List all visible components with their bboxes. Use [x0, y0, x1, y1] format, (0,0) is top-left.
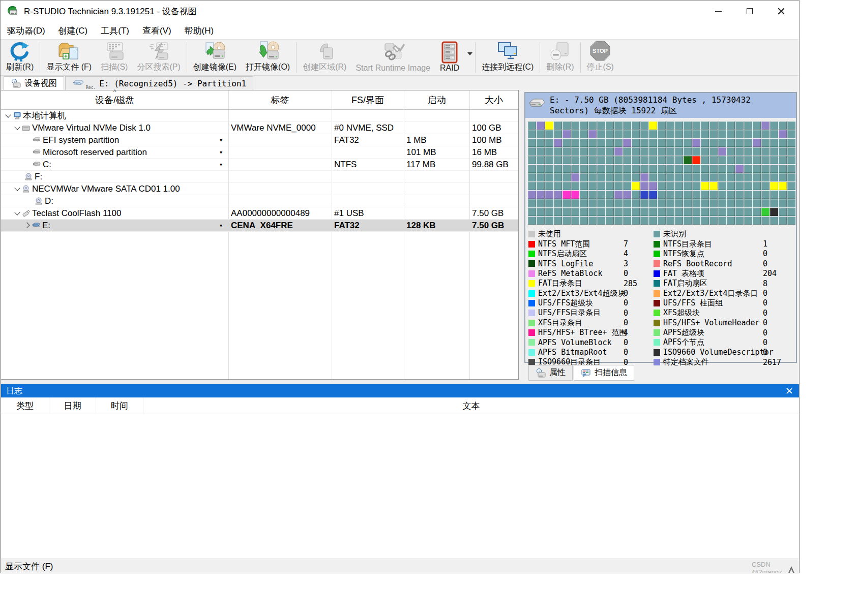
map-block	[632, 156, 640, 164]
legend-label: NTFS目录条目	[663, 239, 763, 249]
column-header-size[interactable]: 大小	[469, 90, 518, 109]
tab-device-view[interactable]: i 设备视图	[4, 76, 64, 90]
tab-properties[interactable]: i 属性	[528, 365, 573, 381]
log-column-date[interactable]: 日期	[49, 397, 96, 414]
tree-row-efi-partition[interactable]: EFI system partition FAT32 1 MB 100 MB	[1, 134, 518, 146]
legend-swatch	[528, 349, 535, 356]
expand-chevron[interactable]	[13, 184, 22, 193]
legend-item: NTFS启动扇区4	[528, 249, 654, 259]
map-block	[770, 121, 778, 130]
window-title: R-STUDIO Technician 9.3.191251 - 设备视图	[24, 6, 197, 17]
create-region-button[interactable]: 创建区域(R)	[298, 40, 351, 75]
map-block	[537, 139, 545, 147]
log-column-text[interactable]: 文本	[143, 397, 799, 414]
scan-button[interactable]: 扫描(S)	[96, 40, 132, 75]
legend-swatch	[654, 300, 660, 306]
partition-dropdown[interactable]	[220, 162, 226, 167]
tab-recognized-partition[interactable]: Rec. E: (Recognized5) -> Partition1	[65, 76, 253, 90]
tree-row-msr-partition[interactable]: Microsoft reserved partition 101 MB 16 M…	[1, 146, 518, 159]
stop-button[interactable]: STOP 停止(S)	[582, 40, 618, 75]
tree-row-local-computer[interactable]: 本地计算机	[1, 110, 518, 122]
map-block	[684, 156, 692, 164]
expand-chevron[interactable]	[13, 124, 22, 132]
map-block	[588, 199, 597, 207]
tree-row-vmware-nvme-disk[interactable]: VMware Virtual NVMe Disk 1.0 VMWare NVME…	[1, 122, 518, 134]
map-block	[649, 130, 657, 138]
column-header-fs[interactable]: FS/界面	[332, 90, 404, 109]
column-header-label[interactable]: 标签	[228, 90, 332, 109]
menu-view[interactable]: 查看(V)	[136, 23, 178, 38]
partition-search-button[interactable]: 分区搜索(P)	[132, 40, 185, 75]
map-block	[580, 182, 588, 190]
show-files-button[interactable]: 显示文件 (F)	[42, 40, 96, 75]
partition-dropdown[interactable]	[220, 137, 226, 143]
map-block	[692, 156, 700, 164]
map-block	[666, 121, 674, 130]
connect-remote-button[interactable]: 连接到远程(C)	[477, 40, 538, 75]
map-block	[709, 156, 718, 164]
partition-icon	[33, 137, 42, 143]
map-block	[597, 182, 605, 190]
map-block	[597, 191, 605, 199]
map-block	[753, 139, 761, 147]
map-block	[787, 130, 795, 138]
map-block	[571, 121, 579, 130]
expand-chevron[interactable]	[23, 221, 32, 230]
log-title-bar: 日志	[1, 384, 799, 397]
menu-help[interactable]: 帮助(H)	[178, 23, 221, 38]
map-block	[614, 173, 623, 181]
map-block	[735, 121, 744, 130]
maximize-button[interactable]	[734, 1, 765, 22]
column-header-device[interactable]: 设备/磁盘	[1, 90, 228, 109]
legend-item: UFS/FFS目录条目0	[528, 308, 654, 318]
map-block	[545, 165, 553, 173]
map-block	[675, 217, 683, 225]
open-image-button[interactable]: 打开镜像(O)	[241, 40, 294, 75]
refresh-button[interactable]: 刷新(R)	[2, 40, 38, 75]
minimize-button[interactable]	[702, 1, 734, 22]
log-column-time[interactable]: 时间	[96, 397, 143, 414]
column-header-start[interactable]: 启动	[404, 90, 469, 109]
map-block	[761, 173, 769, 181]
connect-remote-icon	[495, 41, 520, 62]
map-block	[588, 156, 597, 164]
tree-row-e-drive[interactable]: E: CENA_X64FRE FAT32 128 KB 7.50 GB	[1, 220, 518, 232]
map-block	[606, 165, 614, 173]
legend-swatch	[528, 310, 535, 316]
partition-dropdown[interactable]	[220, 223, 226, 228]
close-button[interactable]	[765, 1, 797, 22]
map-block	[614, 182, 623, 190]
partition-dropdown[interactable]	[220, 149, 226, 155]
map-block	[528, 191, 536, 199]
map-block	[588, 139, 597, 147]
tree-row-f-drive[interactable]: F:	[1, 171, 518, 183]
map-block	[571, 182, 579, 190]
expand-chevron[interactable]	[13, 209, 22, 218]
tree-row-c-drive[interactable]: C: NTFS 117 MB 99.88 GB	[1, 159, 518, 171]
raid-button[interactable]: RAID	[435, 40, 464, 75]
tree-row-d-drive[interactable]: D:	[1, 195, 518, 207]
tree-row-necvmwar-cd[interactable]: NECVMWar VMware SATA CD01 1.00	[1, 183, 518, 195]
tab-scan-info[interactable]: 扫描信息	[574, 365, 634, 381]
create-image-button[interactable]: 创建镜像(E)	[189, 40, 241, 75]
raid-dropdown-arrow[interactable]	[467, 52, 472, 55]
legend-swatch	[528, 241, 535, 248]
start-runtime-image-button[interactable]: Start Runtime Image	[351, 40, 435, 75]
menu-create[interactable]: 创建(C)	[52, 23, 95, 38]
legend-label: APFS VolumeBlock	[538, 338, 624, 347]
map-block	[761, 121, 769, 130]
delete-button[interactable]: 删除(R)	[542, 40, 578, 75]
map-block	[761, 208, 769, 216]
map-block	[658, 182, 666, 190]
tree-row-teclast-usb[interactable]: Teclast CoolFlash 1100 AA00000000000489 …	[1, 207, 518, 220]
log-column-type[interactable]: 类型	[1, 397, 49, 414]
log-close-icon[interactable]	[785, 386, 794, 395]
map-block	[744, 173, 752, 181]
map-block	[588, 208, 597, 216]
map-block	[606, 156, 614, 164]
map-block	[692, 130, 700, 138]
map-block	[554, 217, 562, 225]
menu-drives[interactable]: 驱动器(D)	[1, 23, 52, 38]
menu-tools[interactable]: 工具(T)	[94, 23, 136, 38]
expand-chevron[interactable]	[4, 111, 13, 120]
